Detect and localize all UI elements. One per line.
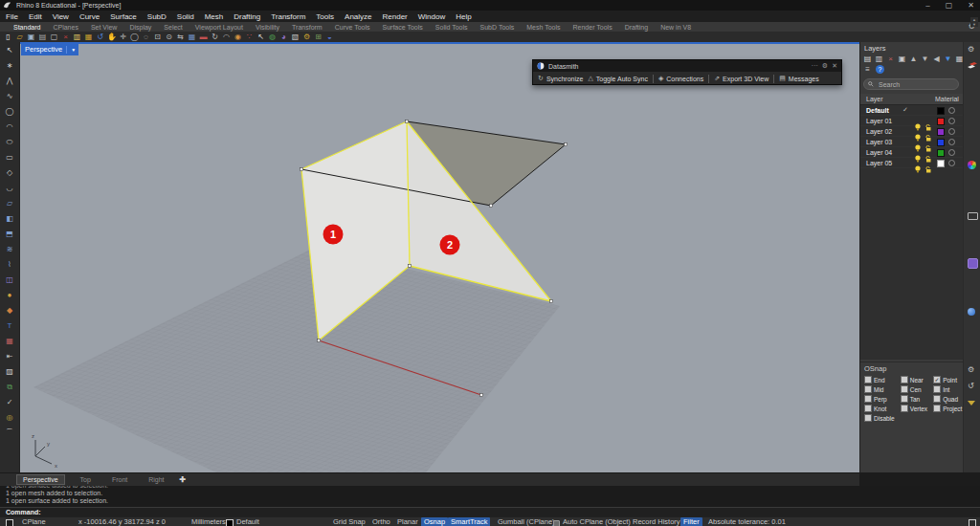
hatch-icon[interactable]: ▨ [5,367,14,376]
units-indicator[interactable]: Millimeters [191,517,226,526]
box-icon[interactable]: ◫ [5,275,14,284]
toolbar-tab-select[interactable]: Select [164,24,182,31]
help-icon[interactable]: ◒ [325,33,334,41]
planar-toggle[interactable]: Planar [397,517,418,526]
status-checkbox[interactable] [6,519,13,526]
select-arrow-icon[interactable]: ↖ [5,46,14,55]
duplicate-layer-icon[interactable]: ▣ [898,55,906,63]
restore-button[interactable]: ▢ [946,0,953,11]
minimize-button[interactable]: – [925,0,929,11]
viewport-tab-front[interactable]: Front [106,475,133,484]
layer-color-swatch[interactable] [937,149,945,157]
layer-material-circle[interactable] [948,160,955,166]
command-history[interactable]: 1 open surface added to selection.1 open… [0,486,980,516]
rectangle-icon[interactable]: ▭ [5,153,14,162]
arc-icon[interactable]: ◠ [5,122,14,131]
tab-layers-icon[interactable] [968,61,977,70]
toolbar-tab-visibility[interactable]: Visibility [256,24,279,31]
osnap-option-disable[interactable]: Disable [864,414,895,422]
checkbox[interactable] [901,395,908,403]
pan-view-icon[interactable]: ⇆ [176,33,185,41]
text-icon[interactable]: T [5,321,14,330]
menu-surface[interactable]: Surface [110,12,137,21]
polygon-icon[interactable]: ◇ [5,168,14,177]
command-splitter-handle[interactable]: ▲▼ [970,17,978,27]
layer-row-layer-05[interactable]: Layer 05 [860,158,964,168]
check-icon[interactable]: ✓ [5,398,14,406]
zoom-selected-icon[interactable]: ⊙ [165,33,173,41]
menu-render[interactable]: Render [383,12,408,21]
move-down-icon[interactable]: ▼ [921,55,929,63]
auto-cplane-toggle[interactable]: Auto CPlane (Object) [563,517,631,526]
sweep-icon[interactable]: ⌇ [5,260,14,269]
layer-visibility-bulb-icon[interactable] [915,160,921,177]
viewport-title-dropdown[interactable]: Perspective ▼ [21,44,78,55]
menu-curve[interactable]: Curve [79,12,100,21]
layer-table-header[interactable]: Layer Material [860,94,964,105]
layer-row-default[interactable]: Default✓ [860,105,964,116]
surface-icon[interactable]: ▱ [5,199,14,208]
zoom-extents-icon[interactable]: ⊡ [153,33,162,41]
osnap-option-cen[interactable]: Cen [901,385,927,393]
layer-color-swatch[interactable] [937,128,945,136]
layer-material-circle[interactable] [948,107,955,114]
checkbox[interactable]: ✓ [933,376,941,384]
layer-row-layer-03[interactable]: Layer 03 [860,137,964,147]
current-layer[interactable]: Default [236,517,259,526]
analyze-icon[interactable]: ◎ [5,413,14,422]
points-on-icon[interactable]: ∵ [245,33,254,41]
osnap-option-point[interactable]: ✓Point [933,376,962,384]
record-history-toggle[interactable]: Record History [633,517,680,526]
datasmith-titlebar[interactable]: Datasmith ··· ⚙ ✕ [533,60,841,72]
toolbar-tab-display[interactable]: Display [129,24,151,31]
circle-icon[interactable]: ◯ [5,107,14,116]
toolbar-tab-standard[interactable]: Standard [13,24,40,31]
filter-icon[interactable]: ▼ [944,55,952,63]
menu-analyze[interactable]: Analyze [345,12,371,21]
osnap-option-quad[interactable]: Quad [933,395,962,403]
menu-window[interactable]: Window [418,12,445,21]
gumball-icon[interactable]: ◉ [234,33,242,41]
viewport-tab-perspective[interactable]: Perspective [16,474,65,485]
zoom-icon[interactable]: ◯ [130,33,139,41]
menu-view[interactable]: View [53,12,69,21]
toolbar-tab-render-tools[interactable]: Render Tools [573,24,612,31]
command-prompt[interactable]: Command: [0,507,980,516]
tab-monitor-icon[interactable] [968,212,978,220]
checkbox[interactable] [864,414,872,422]
viewport[interactable]: 1 2 z y x Perspective ▼ [20,42,859,472]
move-left-icon[interactable]: ◀ [932,55,941,63]
gumball-toggle[interactable]: Gumball (CPlane) [498,517,555,526]
osnap-option-project[interactable]: Project [933,405,962,412]
cut-icon[interactable]: × [61,33,70,41]
batch-icon[interactable]: ⊞ [314,33,323,41]
menu-transform[interactable]: Transform [271,12,305,21]
checkbox[interactable] [864,395,872,403]
checkbox[interactable] [901,405,908,412]
panel-menu-dots[interactable]: ··· [812,60,818,72]
new-sublayer-icon[interactable]: ▥ [875,55,883,63]
layer-color-swatch[interactable] [937,118,945,125]
osnap-option-tan[interactable]: Tan [901,395,927,403]
paste-icon[interactable]: ▥ [73,33,81,41]
curve-icon[interactable]: ∿ [5,92,14,100]
osnap-option-int[interactable]: Int [933,385,962,393]
toolbar-tab-mesh-tools[interactable]: Mesh Tools [526,24,560,31]
ortho-toggle[interactable]: Ortho [372,517,390,526]
tab-properties-icon[interactable] [968,258,978,269]
osnap-option-knot[interactable]: Knot [864,405,895,412]
osnap-option-end[interactable]: End [864,376,895,384]
toolbar-tab-viewport-layout[interactable]: Viewport Layout [195,24,243,31]
viewport-tab-right[interactable]: Right [143,475,169,484]
layer-menu-icon[interactable]: ≡ [863,65,872,74]
toolbar-tab-new-in-v8[interactable]: New in V8 [660,24,691,31]
layer-color-swatch[interactable] [937,160,945,167]
menu-solid[interactable]: Solid [177,12,194,21]
layer-row-layer-04[interactable]: Layer 04 [860,147,964,158]
grid-snap-toggle[interactable]: Grid Snap [333,517,366,526]
new-layer-icon[interactable]: ▤ [863,55,872,63]
tab-display-color-icon[interactable] [968,161,976,169]
layer-grid-icon[interactable]: ▦ [188,33,196,41]
layer-material-circle[interactable] [948,139,955,145]
zoom-window-icon[interactable]: ◌ [142,33,150,41]
